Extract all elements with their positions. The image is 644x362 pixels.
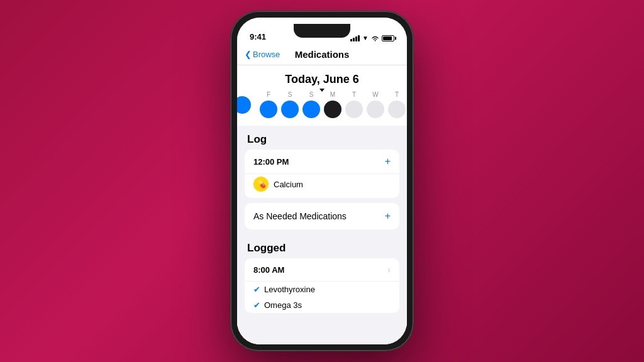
cal-day-f[interactable]: F	[260, 91, 277, 118]
cal-day-label-s2: S	[309, 91, 314, 98]
wifi-icon: ▼︎	[362, 35, 369, 41]
logged-time-row[interactable]: 8:00 AM ›	[245, 258, 399, 282]
section-content: Log 12:00 PM + 💊 Calcium As Needed Medic…	[237, 126, 407, 344]
cal-circle-f	[260, 101, 277, 118]
cal-day-t1[interactable]: T	[345, 91, 363, 118]
nav-bar: ❮ Browse Medications	[237, 45, 407, 65]
logged-section-header: Logged	[237, 234, 407, 258]
battery-fill	[383, 36, 392, 40]
status-time: 9:41	[250, 32, 266, 41]
cal-circle-t2	[388, 101, 406, 118]
chevron-right-icon: ›	[387, 265, 391, 275]
cal-day-label-s1: S	[288, 91, 292, 98]
cal-circle-s1	[281, 101, 299, 118]
as-needed-card[interactable]: As Needed Medications +	[245, 203, 399, 229]
date-title: Today, June 6	[247, 73, 397, 86]
phone-wrapper: 9:41 ▼︎	[231, 11, 413, 351]
chevron-left-icon: ❮	[245, 50, 252, 59]
status-icons: ▼︎	[350, 35, 394, 41]
battery-icon	[382, 35, 394, 41]
cal-circle-m-today	[324, 101, 341, 118]
cal-circle-w	[367, 101, 384, 118]
calendar-indicator	[319, 89, 325, 92]
cal-day-label-f: F	[267, 91, 270, 98]
omega3s-row[interactable]: ✔ Omega 3s	[245, 297, 399, 313]
phone-notch	[294, 24, 350, 38]
cal-day-s2[interactable]: S	[303, 91, 320, 118]
cal-day-m[interactable]: M	[324, 91, 341, 118]
phone-screen: 9:41 ▼︎	[237, 18, 407, 344]
as-needed-label: As Needed Medications	[253, 211, 347, 221]
check-icon-2: ✔	[253, 300, 260, 310]
cal-day-label-m: M	[330, 91, 335, 98]
calendar-strip: F S S M	[247, 87, 397, 123]
cal-day-label-w: W	[372, 91, 378, 98]
check-icon-1: ✔	[253, 285, 260, 294]
cal-extra-dot	[237, 96, 251, 114]
cal-day-s1[interactable]: S	[281, 91, 299, 118]
cal-circle-s2	[303, 101, 320, 118]
noon-time-label: 12:00 PM	[253, 157, 289, 167]
date-header: Today, June 6 F S	[237, 65, 407, 126]
logged-time-label: 8:00 AM	[253, 265, 284, 275]
cal-day-t2[interactable]: T	[388, 91, 406, 118]
noon-add-button[interactable]: +	[385, 156, 391, 167]
cal-circle-t1	[345, 101, 363, 118]
calcium-icon: 💊	[253, 177, 269, 192]
logged-card[interactable]: 8:00 AM › ✔ Levothyroxine ✔ Omega 3s	[245, 258, 399, 313]
back-button[interactable]: ❮ Browse	[245, 50, 280, 59]
cal-day-w[interactable]: W	[367, 91, 384, 118]
nav-title: Medications	[295, 49, 350, 60]
calcium-row[interactable]: 💊 Calcium	[245, 174, 399, 198]
scroll-content: Today, June 6 F S	[237, 65, 407, 344]
calcium-label: Calcium	[274, 180, 303, 189]
log-section-header: Log	[237, 126, 407, 150]
back-label: Browse	[253, 50, 280, 59]
levothyroxine-label: Levothyroxine	[264, 285, 315, 294]
levothyroxine-row[interactable]: ✔ Levothyroxine	[245, 282, 399, 297]
omega3s-label: Omega 3s	[264, 300, 302, 310]
cal-day-label-t1: T	[352, 91, 356, 98]
signal-bars-icon	[350, 35, 360, 41]
noon-card-row: 12:00 PM +	[245, 150, 399, 174]
as-needed-add-button[interactable]: +	[385, 211, 391, 222]
cal-day-label-t2: T	[395, 91, 399, 98]
noon-card: 12:00 PM + 💊 Calcium	[245, 150, 399, 198]
wifi-icon	[371, 35, 379, 41]
